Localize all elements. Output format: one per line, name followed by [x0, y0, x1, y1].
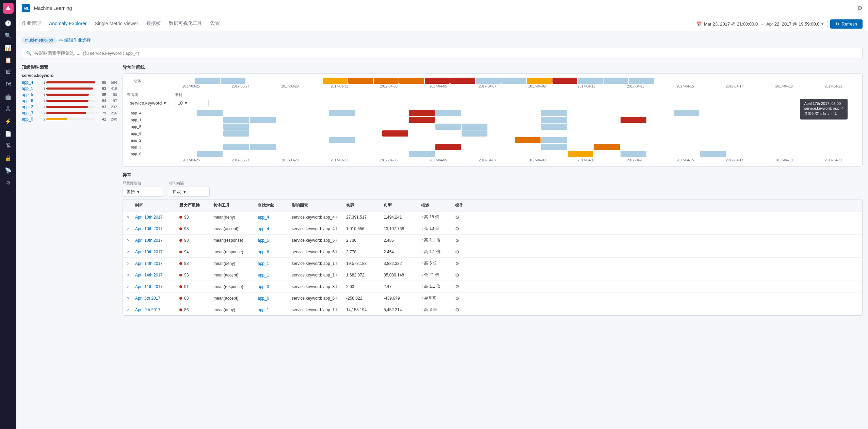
swimlane-cell[interactable]	[779, 137, 805, 143]
swimlane-cell[interactable]	[647, 110, 673, 116]
swimlane-cell[interactable]	[197, 151, 223, 157]
swimlane-cell[interactable]	[171, 130, 196, 137]
search-bar[interactable]: 🔍	[22, 48, 863, 59]
swimlane-cell[interactable]	[382, 124, 408, 130]
swimlane-cell[interactable]	[541, 124, 567, 130]
nav-item-dataframe[interactable]: 数据帧	[146, 16, 161, 31]
swimlane-cell[interactable]	[329, 117, 355, 123]
swimlane-cell[interactable]	[276, 124, 302, 130]
swimlane-cell[interactable]	[832, 117, 858, 123]
swimlane-cell[interactable]	[223, 117, 249, 123]
swimlane-cell[interactable]	[356, 124, 382, 130]
timeline-cell[interactable]	[757, 78, 782, 84]
swimlane-cell[interactable]	[303, 144, 329, 150]
timeline-cell[interactable]	[808, 78, 833, 84]
swimlane-cell[interactable]	[674, 110, 700, 116]
swimlane-cell[interactable]	[144, 117, 170, 123]
swimlane-cell[interactable]	[223, 130, 249, 137]
timeline-cell[interactable]	[706, 78, 730, 84]
swimlane-cell[interactable]	[488, 117, 514, 123]
swimlane-cell[interactable]	[171, 137, 196, 143]
swimlane-cell[interactable]	[329, 130, 355, 137]
swimlane-cell[interactable]	[197, 144, 223, 150]
edit-job-link[interactable]: ✏ 编辑作业选择	[59, 37, 91, 43]
swimlane-cell[interactable]	[568, 124, 594, 130]
row-time[interactable]: April 10th 2017	[135, 238, 179, 243]
swimlane-cell[interactable]	[356, 144, 382, 150]
info-icon[interactable]: ℹ	[44, 81, 45, 84]
swimlane-cell[interactable]	[753, 130, 779, 137]
swimlane-cell[interactable]	[435, 137, 461, 143]
influencer-name[interactable]: app_6	[22, 98, 42, 103]
timeline-cell[interactable]	[629, 78, 654, 84]
swimlane-cell[interactable]	[144, 124, 170, 130]
sidebar-icon-visualize[interactable]: 📊	[3, 42, 14, 53]
swimlane-cell[interactable]	[144, 144, 170, 150]
timeline-cell[interactable]	[578, 78, 603, 84]
swimlane-cell[interactable]	[223, 110, 249, 116]
swimlane-cell[interactable]	[435, 110, 461, 116]
influencer-name[interactable]: app_4	[22, 80, 42, 85]
swimlane-cell[interactable]	[753, 137, 779, 143]
row-action[interactable]: ⚙	[455, 272, 476, 278]
swimlane-cell[interactable]	[674, 124, 700, 130]
view-by-select[interactable]: service.keyword ▾	[127, 99, 169, 107]
timeline-cell[interactable]	[655, 78, 679, 84]
swimlane-cell[interactable]	[197, 117, 223, 123]
swimlane-cell[interactable]	[171, 144, 196, 150]
swimlane-cell[interactable]	[409, 110, 435, 116]
info-icon[interactable]: ℹ	[336, 250, 337, 254]
nav-item-single-metric[interactable]: Single Metric Viewer	[95, 16, 138, 31]
info-icon[interactable]: ℹ	[336, 215, 337, 219]
swimlane-cell[interactable]	[674, 137, 700, 143]
swimlane-cell[interactable]	[779, 151, 805, 157]
swimlane-cell[interactable]	[779, 144, 805, 150]
swimlane-cell[interactable]	[382, 144, 408, 150]
swimlane-cell[interactable]	[435, 144, 461, 150]
swimlane-cell[interactable]	[726, 144, 752, 150]
sidebar-icon-infra[interactable]: 🏗	[3, 140, 14, 151]
sidebar-icon-ml[interactable]: 🤖	[3, 91, 14, 102]
swimlane-cell[interactable]	[303, 151, 329, 157]
info-icon[interactable]: ℹ	[336, 285, 337, 288]
expand-button[interactable]: >	[127, 226, 135, 231]
swimlane-cell[interactable]	[594, 110, 620, 116]
gear-icon[interactable]: ⚙	[455, 226, 460, 232]
swimlane-cell[interactable]	[303, 130, 329, 137]
swimlane-cell[interactable]	[806, 124, 832, 130]
info-icon[interactable]: ℹ	[336, 238, 337, 242]
swimlane-cell[interactable]	[515, 144, 541, 150]
nav-item-anomaly-explorer[interactable]: Anomaly Explorer	[49, 16, 87, 31]
swimlane-cell[interactable]	[806, 117, 832, 123]
swimlane-cell[interactable]	[621, 110, 646, 116]
swimlane-cell[interactable]	[435, 130, 461, 137]
swimlane-cell[interactable]	[621, 124, 646, 130]
swimlane-cell[interactable]	[726, 137, 752, 143]
swimlane-cell[interactable]	[329, 124, 355, 130]
gear-icon[interactable]: ⚙	[455, 307, 460, 313]
interval-select[interactable]: 自动 ▾	[169, 187, 210, 197]
swimlane-cell[interactable]	[462, 137, 487, 143]
swimlane-cell[interactable]	[541, 151, 567, 157]
swimlane-cell[interactable]	[329, 137, 355, 143]
timeline-cell[interactable]	[527, 78, 552, 84]
influencer-name[interactable]: app_2	[22, 105, 42, 109]
info-icon[interactable]: ℹ	[336, 296, 337, 300]
row-time[interactable]: April 10th 2017	[135, 215, 179, 220]
sidebar-icon-uptime[interactable]: 📡	[3, 165, 14, 176]
swimlane-cell[interactable]	[621, 117, 646, 123]
swimlane-cell[interactable]	[621, 144, 646, 150]
gear-icon[interactable]: ⚙	[455, 296, 460, 301]
swimlane-cell[interactable]	[621, 151, 646, 157]
swimlane-cell[interactable]	[515, 151, 541, 157]
row-found[interactable]: app_1	[258, 307, 292, 312]
refresh-button[interactable]: ↻ Refresh	[830, 19, 863, 29]
swimlane-cell[interactable]	[753, 124, 779, 130]
swimlane-cell[interactable]	[832, 151, 858, 157]
row-found[interactable]: app_6	[258, 296, 292, 301]
swimlane-cell[interactable]	[832, 137, 858, 143]
timeline-cell[interactable]	[782, 78, 807, 84]
swimlane-cell[interactable]	[753, 110, 779, 116]
swimlane-cell[interactable]	[250, 144, 276, 150]
expand-button[interactable]: >	[127, 307, 135, 312]
